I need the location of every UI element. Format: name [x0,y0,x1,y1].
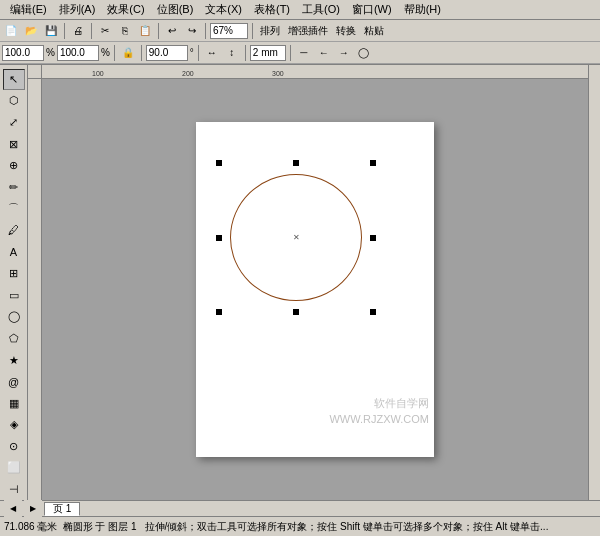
handle-tc[interactable] [293,160,299,166]
lock-ratio-btn[interactable]: 🔒 [119,44,137,62]
menu-help[interactable]: 帮助(H) [398,1,447,18]
ruler-h-tick-100: 100 [92,70,104,77]
pen-tool[interactable]: 🖊 [3,220,25,241]
undo-btn[interactable]: ↩ [163,22,181,40]
star-tool[interactable]: ★ [3,350,25,371]
coordinates-display: 71.086 [4,521,35,532]
menu-text[interactable]: 文本(X) [199,1,248,18]
freehand-tool[interactable]: ✏ [3,177,25,198]
menu-arrange[interactable]: 排列(A) [53,1,102,18]
right-panel [588,65,600,500]
cut-btn[interactable]: ✂ [96,22,114,40]
handle-br[interactable] [370,309,376,315]
menu-table[interactable]: 表格(T) [248,1,296,18]
sep7 [141,45,142,61]
width-unit: % [46,47,55,58]
ellipse-object[interactable] [216,160,376,315]
print-btn[interactable]: 🖨 [69,22,87,40]
sep8 [198,45,199,61]
transform-tool[interactable]: ⤢ [3,112,25,133]
new-btn[interactable]: 📄 [2,22,20,40]
menu-tools[interactable]: 工具(O) [296,1,346,18]
sep10 [290,45,291,61]
watermark: 软件自学网 WWW.RJZXW.COM [329,396,429,427]
page-tab-1[interactable]: 页 1 [44,502,80,516]
save-btn[interactable]: 💾 [42,22,60,40]
page: 软件自学网 WWW.RJZXW.COM [196,122,434,457]
connector-tool[interactable]: ⊣ [3,479,25,500]
paste2-btn[interactable]: 粘贴 [361,22,387,40]
ruler-h-tick-200: 200 [182,70,194,77]
arrow-start-btn[interactable]: ← [315,44,333,62]
ellipse-tool[interactable]: ◯ [3,307,25,328]
line-width-input[interactable] [250,45,286,61]
ruler-corner [28,65,42,79]
canvas-area[interactable]: 100 200 300 [28,65,588,500]
menu-bitmap[interactable]: 位图(B) [151,1,200,18]
rect-tool[interactable]: ▭ [3,285,25,306]
round-corner-btn[interactable]: ◯ [355,44,373,62]
table-tool[interactable]: ⊞ [3,263,25,284]
menu-bar: 编辑(E) 排列(A) 效果(C) 位图(B) 文本(X) 表格(T) 工具(O… [0,0,600,20]
angle-input[interactable] [146,45,188,61]
polygon-tool[interactable]: ⬠ [3,328,25,349]
paste-btn[interactable]: 📋 [136,22,154,40]
sep9 [245,45,246,61]
fill-tool[interactable]: ◈ [3,415,25,436]
handle-tl[interactable] [216,160,222,166]
line-style-btn[interactable]: ─ [295,44,313,62]
mirror-h-btn[interactable]: ↔ [203,44,221,62]
property-bar: % % 🔒 ° ↔ ↕ ─ ← → ◯ [0,42,600,64]
eraser-tool[interactable]: ⬜ [3,458,25,479]
arrow-end-btn[interactable]: → [335,44,353,62]
handle-mr[interactable] [370,235,376,241]
width-input[interactable] [2,45,44,61]
smartdraw-tool[interactable]: ⌒ [3,199,25,220]
arrange-btn[interactable]: 排列 [257,22,283,40]
transform-btn[interactable]: 转换 [333,22,359,40]
copy-btn[interactable]: ⎘ [116,22,134,40]
toolbar-area: 📄 📂 💾 🖨 ✂ ⎘ 📋 ↩ ↪ 排列 增强插件 转换 粘贴 % % 🔒 ° … [0,20,600,65]
height-unit: % [101,47,110,58]
page-next-btn[interactable]: ▶ [24,500,42,518]
node-tool[interactable]: ⬡ [3,91,25,112]
circle-shape[interactable] [230,174,362,301]
spiral-tool[interactable]: @ [3,371,25,392]
eyedropper-tool[interactable]: ⊙ [3,436,25,457]
sep4 [205,23,206,39]
menu-edit[interactable]: 编辑(E) [4,1,53,18]
status-message: 拉伸/倾斜；双击工具可选择所有对象；按住 Shift 键单击可选择多个对象；按住… [145,520,549,534]
select-tool[interactable]: ↖ [3,69,25,90]
handle-bl[interactable] [216,309,222,315]
toolbar-row-1: 📄 📂 💾 🖨 ✂ ⎘ 📋 ↩ ↪ 排列 增强插件 转换 粘贴 [0,20,600,42]
sep5 [252,23,253,39]
ruler-h-tick-300: 300 [272,70,284,77]
mirror-v-btn[interactable]: ↕ [223,44,241,62]
plugin-btn[interactable]: 增强插件 [285,22,331,40]
handle-ml[interactable] [216,235,222,241]
layer-info: 椭圆形 于 图层 1 [63,520,137,534]
redo-btn[interactable]: ↪ [183,22,201,40]
height-input[interactable] [57,45,99,61]
zoom-tool[interactable]: ⊕ [3,155,25,176]
open-btn[interactable]: 📂 [22,22,40,40]
watermark-line2: WWW.RJZXW.COM [329,412,429,427]
paper-tool[interactable]: ▦ [3,393,25,414]
status-info: 71.086 毫米 椭圆形 于 图层 1 拉伸/倾斜；双击工具可选择所有对象；按… [0,517,600,536]
handle-bc[interactable] [293,309,299,315]
unit-display: 毫米 [37,520,57,534]
crop-tool[interactable]: ⊠ [3,134,25,155]
menu-window[interactable]: 窗口(W) [346,1,398,18]
menu-effects[interactable]: 效果(C) [101,1,150,18]
zoom-input[interactable] [210,23,248,39]
text-tool[interactable]: A [3,242,25,263]
sep3 [158,23,159,39]
document-viewport: 软件自学网 WWW.RJZXW.COM [42,79,588,500]
status-bar: ◀ ▶ 页 1 71.086 毫米 椭圆形 于 图层 1 拉伸/倾斜；双击工具可… [0,500,600,536]
center-mark [292,234,300,242]
page-prev-btn[interactable]: ◀ [4,500,22,518]
sep1 [64,23,65,39]
main-area: ↖ ⬡ ⤢ ⊠ ⊕ ✏ ⌒ 🖊 A ⊞ ▭ ◯ ⬠ ★ @ ▦ ◈ ⊙ ⬜ ⊣ … [0,65,600,500]
toolbox: ↖ ⬡ ⤢ ⊠ ⊕ ✏ ⌒ 🖊 A ⊞ ▭ ◯ ⬠ ★ @ ▦ ◈ ⊙ ⬜ ⊣ [0,65,28,500]
handle-tr[interactable] [370,160,376,166]
